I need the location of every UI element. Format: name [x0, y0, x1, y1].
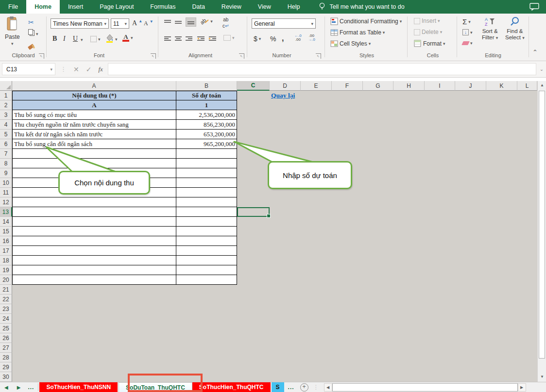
name-box[interactable]: C13▾ [2, 63, 55, 75]
cell-B12[interactable] [176, 197, 237, 207]
cell-A16[interactable] [12, 236, 176, 246]
cell-H19[interactable] [393, 265, 425, 275]
number-format-combo[interactable]: General▾ [252, 18, 316, 29]
cell-B5[interactable]: 653,200,000 [176, 130, 237, 139]
cell-H1[interactable] [393, 91, 425, 100]
cell-B15[interactable] [176, 227, 237, 236]
enter-icon[interactable]: ✓ [86, 65, 92, 73]
cell-J5[interactable] [455, 130, 486, 139]
cell-K11[interactable] [486, 188, 517, 197]
cell-K27[interactable] [486, 343, 517, 353]
cell-I20[interactable] [425, 275, 455, 285]
cell-F26[interactable] [332, 333, 363, 343]
borders-button[interactable]: ▾ [90, 36, 101, 42]
row-header-2[interactable]: 2 [0, 100, 12, 110]
decrease-indent-button[interactable] [197, 36, 205, 41]
cell-I16[interactable] [425, 236, 455, 246]
row-header-4[interactable]: 4 [0, 120, 12, 130]
cell-F2[interactable] [332, 100, 363, 110]
tab-file[interactable]: File [0, 0, 26, 14]
cell-K10[interactable] [486, 178, 517, 188]
cell-A7[interactable] [12, 149, 176, 159]
cell-C24[interactable] [237, 314, 270, 324]
paste-button[interactable]: Paste ▾ [5, 16, 20, 46]
underline-dropdown[interactable]: ▾ [81, 37, 83, 42]
increase-indent-button[interactable] [209, 36, 216, 41]
column-header-F[interactable]: F [332, 81, 363, 91]
cell-J17[interactable] [455, 246, 486, 256]
cell-H13[interactable] [393, 207, 425, 217]
cell-A13[interactable] [12, 207, 176, 217]
cell-F28[interactable] [332, 353, 363, 362]
column-header-J[interactable]: J [455, 81, 486, 91]
cell-K19[interactable] [486, 265, 517, 275]
cell-I24[interactable] [425, 314, 455, 324]
cell-L17[interactable] [517, 246, 537, 256]
cell-C14[interactable] [237, 217, 270, 227]
cell-E17[interactable] [301, 246, 332, 256]
cell-F29[interactable] [332, 362, 363, 372]
scroll-left-icon[interactable]: ◀ [324, 383, 332, 392]
cell-B1[interactable]: Số dự toán [176, 91, 237, 100]
row-header-22[interactable]: 22 [0, 294, 12, 304]
row-header-10[interactable]: 10 [0, 178, 12, 188]
cell-G17[interactable] [363, 246, 393, 256]
cell-H16[interactable] [393, 236, 425, 246]
font-color-button[interactable]: A ▾ [122, 34, 133, 42]
autosum-button[interactable]: Σ▾ [462, 17, 471, 26]
comment-icon[interactable] [529, 0, 539, 14]
cell-D4[interactable] [270, 120, 301, 130]
cell-L22[interactable] [517, 294, 537, 304]
cell-J7[interactable] [455, 149, 486, 159]
cell-J18[interactable] [455, 256, 486, 265]
cell-J22[interactable] [455, 294, 486, 304]
row-header-14[interactable]: 14 [0, 217, 12, 227]
cell-J2[interactable] [455, 100, 486, 110]
cell-B25[interactable] [176, 324, 237, 333]
cell-A5[interactable]: Thu kết dư từ ngân sách năm trước [12, 130, 176, 139]
row-header-20[interactable]: 20 [0, 275, 12, 285]
cut-button[interactable]: ✂ [28, 18, 34, 26]
cell-D28[interactable] [270, 353, 301, 362]
cell-L20[interactable] [517, 275, 537, 285]
cell-H22[interactable] [393, 294, 425, 304]
cell-L6[interactable] [517, 139, 537, 149]
cell-D23[interactable] [270, 304, 301, 314]
cell-B16[interactable] [176, 236, 237, 246]
row-header-13[interactable]: 13 [0, 207, 12, 217]
cell-C3[interactable] [237, 110, 270, 120]
cell-I29[interactable] [425, 362, 455, 372]
cell-K13[interactable] [486, 207, 517, 217]
cell-J25[interactable] [455, 324, 486, 333]
cell-B13[interactable] [176, 207, 237, 217]
cell-L13[interactable] [517, 207, 537, 217]
sheet-tab-partial[interactable]: S [272, 382, 284, 392]
cancel-icon[interactable]: ✕ [73, 65, 79, 73]
cell-B19[interactable] [176, 265, 237, 275]
row-header-29[interactable]: 29 [0, 362, 12, 372]
sheet-overflow-left[interactable]: ... [25, 382, 37, 392]
cell-C17[interactable] [237, 246, 270, 256]
cell-K7[interactable] [486, 149, 517, 159]
row-header-23[interactable]: 23 [0, 304, 12, 314]
tab-formulas[interactable]: Formulas [142, 0, 184, 14]
cell-D2[interactable] [270, 100, 301, 110]
cell-H11[interactable] [393, 188, 425, 197]
cell-B24[interactable] [176, 314, 237, 324]
underline-button[interactable]: U [73, 35, 78, 43]
cell-A20[interactable] [12, 275, 176, 285]
cell-K22[interactable] [486, 294, 517, 304]
cell-E19[interactable] [301, 265, 332, 275]
cell-L28[interactable] [517, 353, 537, 362]
cell-A15[interactable] [12, 227, 176, 236]
italic-button[interactable]: I [63, 35, 66, 43]
conditional-formatting-button[interactable]: Conditional Formatting▾ [330, 17, 402, 25]
cell-H25[interactable] [393, 324, 425, 333]
cell-F3[interactable] [332, 110, 363, 120]
cell-I27[interactable] [425, 343, 455, 353]
number-dialog-launcher[interactable]: ↘ [316, 53, 321, 59]
cell-L3[interactable] [517, 110, 537, 120]
cell-H9[interactable] [393, 168, 425, 178]
row-header-12[interactable]: 12 [0, 197, 12, 207]
cell-J10[interactable] [455, 178, 486, 188]
